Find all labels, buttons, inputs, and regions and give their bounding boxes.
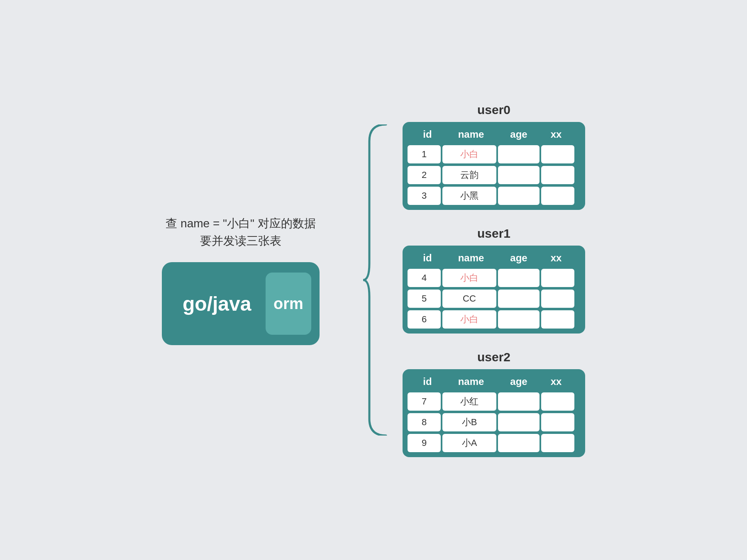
- col-name-user2: name: [444, 376, 498, 387]
- col-age-user0: age: [498, 129, 540, 140]
- right-section: user0 id name age xx 1 小白 2: [403, 103, 585, 457]
- cell-xx: [541, 434, 574, 452]
- cell-xx: [541, 392, 574, 411]
- table-row: 6 小白: [408, 310, 580, 329]
- cell-id: 5: [408, 290, 441, 308]
- orm-label: orm: [273, 295, 303, 313]
- cell-age: [498, 145, 540, 163]
- cell-age: [498, 166, 540, 184]
- table-header-user1: id name age xx: [408, 251, 580, 265]
- cell-name: 小白: [442, 269, 496, 287]
- table-title-user2: user2: [477, 350, 510, 364]
- col-age-user2: age: [498, 376, 540, 387]
- cell-xx: [541, 413, 574, 431]
- db-table-user1: id name age xx 4 小白 5 CC: [403, 246, 585, 334]
- cell-id: 6: [408, 310, 441, 329]
- cell-id: 4: [408, 269, 441, 287]
- query-label: 查 name = "小白" 对应的数据 要并发读三张表: [166, 215, 315, 250]
- table-row: 9 小A: [408, 434, 580, 452]
- cell-age: [498, 434, 540, 452]
- cell-id: 9: [408, 434, 441, 452]
- col-xx-user0: xx: [540, 129, 573, 140]
- left-section: 查 name = "小白" 对应的数据 要并发读三张表 go/java orm: [162, 215, 320, 345]
- table-group-user1: user1 id name age xx 4 小白 5: [403, 226, 585, 334]
- table-title-user1: user1: [477, 226, 510, 241]
- cell-id: 2: [408, 166, 441, 184]
- cell-id: 3: [408, 187, 441, 205]
- table-row: 3 小黑: [408, 187, 580, 205]
- table-row: 5 CC: [408, 290, 580, 308]
- cell-id: 1: [408, 145, 441, 163]
- cell-xx: [541, 310, 574, 329]
- orm-box: orm: [266, 273, 311, 335]
- col-xx-user2: xx: [540, 376, 573, 387]
- table-row: 2 云韵: [408, 166, 580, 184]
- table-row: 4 小白: [408, 269, 580, 287]
- cell-age: [498, 392, 540, 411]
- col-xx-user1: xx: [540, 252, 573, 264]
- table-body-user2: 7 小红 8 小B 9 小A: [408, 392, 580, 452]
- col-id-user0: id: [411, 129, 444, 140]
- cell-xx: [541, 290, 574, 308]
- col-name-user1: name: [444, 252, 498, 264]
- cell-xx: [541, 187, 574, 205]
- main-container: 查 name = "小白" 对应的数据 要并发读三张表 go/java orm …: [0, 0, 747, 560]
- table-row: 1 小白: [408, 145, 580, 163]
- app-box: go/java orm: [162, 262, 320, 345]
- cell-name: 云韵: [442, 166, 496, 184]
- table-body-user0: 1 小白 2 云韵 3 小黑: [408, 145, 580, 205]
- curly-brace-icon: [361, 124, 394, 436]
- table-row: 8 小B: [408, 413, 580, 431]
- col-id-user2: id: [411, 376, 444, 387]
- cell-name: 小A: [442, 434, 496, 452]
- cell-age: [498, 187, 540, 205]
- cell-age: [498, 290, 540, 308]
- table-header-user0: id name age xx: [408, 127, 580, 142]
- col-name-user0: name: [444, 129, 498, 140]
- cell-age: [498, 269, 540, 287]
- table-header-user2: id name age xx: [408, 374, 580, 389]
- query-line2: 要并发读三张表: [166, 232, 315, 250]
- cell-name: 小B: [442, 413, 496, 431]
- cell-xx: [541, 145, 574, 163]
- cell-age: [498, 310, 540, 329]
- table-body-user1: 4 小白 5 CC 6 小白: [408, 269, 580, 329]
- table-group-user0: user0 id name age xx 1 小白 2: [403, 103, 585, 210]
- db-table-user2: id name age xx 7 小红 8 小B: [403, 369, 585, 457]
- cell-name: CC: [442, 290, 496, 308]
- cell-id: 7: [408, 392, 441, 411]
- cell-id: 8: [408, 413, 441, 431]
- cell-name: 小黑: [442, 187, 496, 205]
- cell-xx: [541, 166, 574, 184]
- query-line1: 查 name = "小白" 对应的数据: [166, 215, 315, 232]
- cell-age: [498, 413, 540, 431]
- col-id-user1: id: [411, 252, 444, 264]
- cell-name: 小红: [442, 392, 496, 411]
- table-title-user0: user0: [477, 103, 510, 117]
- col-age-user1: age: [498, 252, 540, 264]
- table-group-user2: user2 id name age xx 7 小红 8: [403, 350, 585, 457]
- cell-name: 小白: [442, 145, 496, 163]
- table-row: 7 小红: [408, 392, 580, 411]
- cell-name: 小白: [442, 310, 496, 329]
- connector-area: [361, 124, 394, 436]
- cell-xx: [541, 269, 574, 287]
- gojava-label: go/java: [183, 292, 251, 315]
- db-table-user0: id name age xx 1 小白 2 云韵: [403, 122, 585, 210]
